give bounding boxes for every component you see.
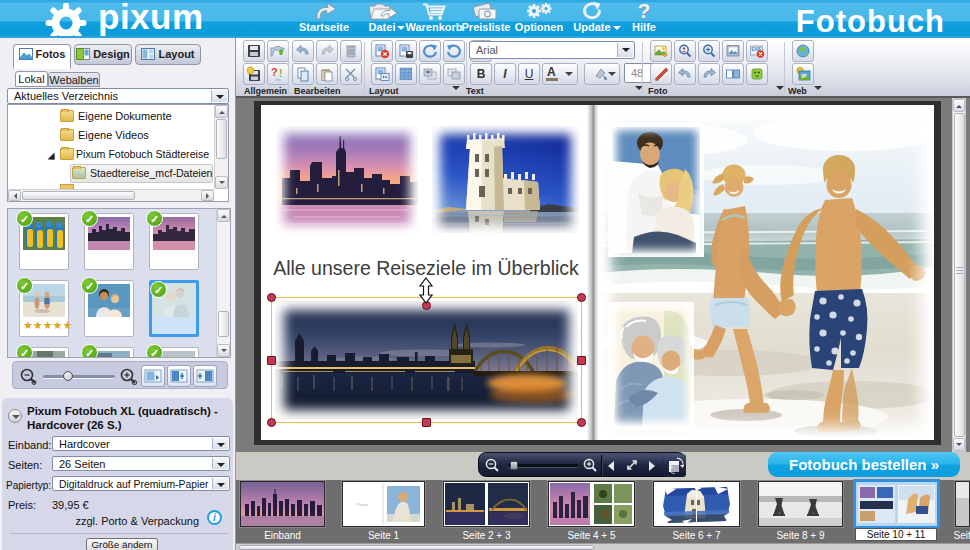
svg-text:Pixum: Pixum	[357, 502, 369, 507]
svg-text:IP: IP	[802, 73, 807, 79]
